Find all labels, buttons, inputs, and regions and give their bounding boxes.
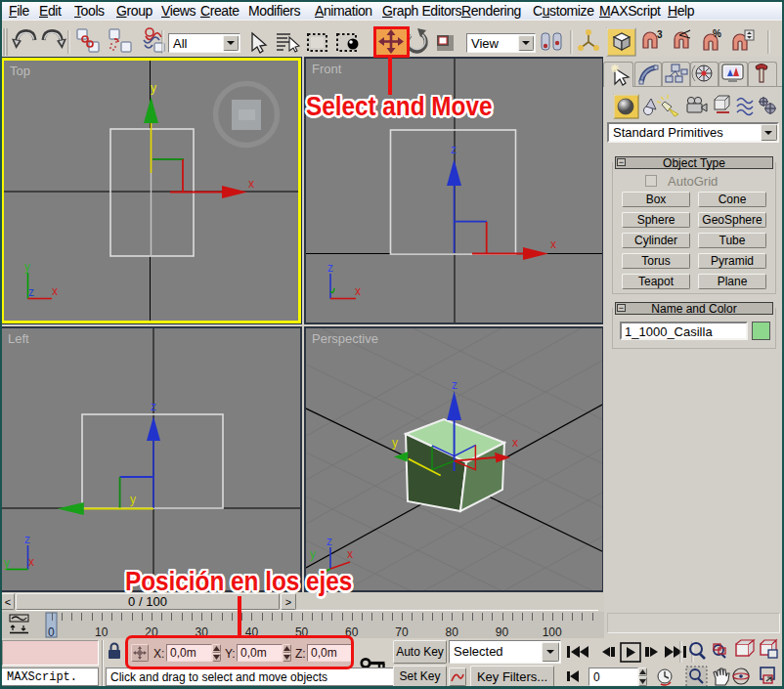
- svg-text:z: z: [24, 533, 30, 546]
- svg-text:z: z: [28, 285, 34, 299]
- svg-text:x: x: [355, 284, 361, 298]
- svg-text:z: z: [151, 400, 156, 413]
- svg-text:y: y: [310, 547, 316, 561]
- svg-text:z: z: [451, 143, 457, 156]
- svg-text:x: x: [512, 436, 518, 450]
- svg-text:x: x: [52, 284, 58, 298]
- svg-text:z: z: [327, 535, 332, 548]
- svg-text:x: x: [28, 555, 34, 569]
- svg-text:x: x: [550, 237, 556, 251]
- svg-text:%: %: [713, 28, 721, 39]
- svg-text:y: y: [151, 81, 156, 95]
- svg-text:y: y: [4, 556, 10, 570]
- svg-text:z: z: [452, 378, 457, 392]
- svg-text:y: y: [24, 260, 30, 274]
- svg-text:x: x: [347, 547, 353, 561]
- svg-text:3: 3: [657, 29, 663, 40]
- svg-text:y: y: [130, 493, 136, 506]
- svg-text:x: x: [248, 177, 254, 191]
- svg-text:y: y: [392, 436, 398, 450]
- svg-text:z: z: [327, 261, 333, 275]
